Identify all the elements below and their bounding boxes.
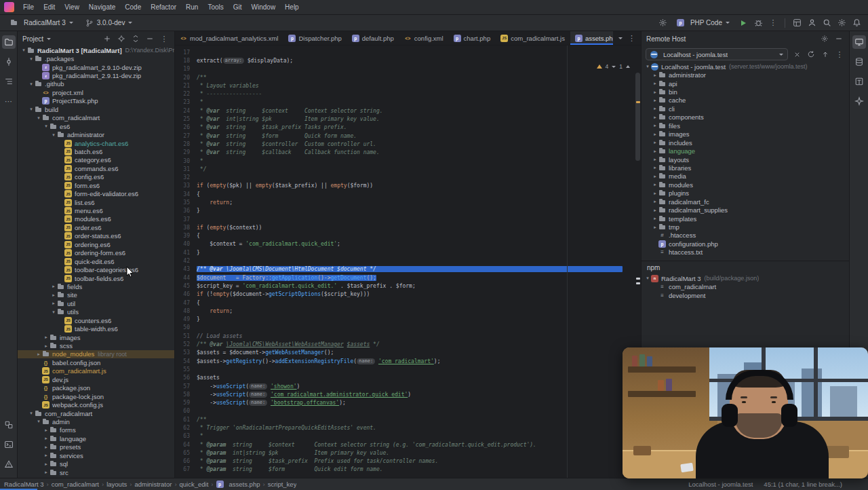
search-everywhere-icon[interactable]	[821, 17, 833, 29]
tree-item[interactable]: ▸radicalmart_supplies	[642, 206, 849, 214]
code-line[interactable]: 54$assets->getRegistry()->addExtensionRe…	[175, 357, 641, 365]
tree-item[interactable]: ▸language	[18, 434, 174, 442]
code-line[interactable]: 22 * -----------------	[175, 90, 641, 98]
tree-item[interactable]: ▸images	[642, 130, 849, 138]
add-icon[interactable]	[102, 33, 113, 44]
services-tool-icon[interactable]	[2, 418, 16, 432]
code-line[interactable]: 20/**	[175, 73, 641, 81]
tab-default.php[interactable]: pdefault.php	[347, 31, 399, 45]
menu-help[interactable]: Help	[280, 2, 304, 12]
tab-list-dropdown-icon[interactable]	[618, 37, 623, 39]
tree-item[interactable]: pconfiguration.php	[642, 240, 849, 248]
tree-item[interactable]: ▸bin	[642, 88, 849, 96]
code-line[interactable]: 46if (!empty($document->getScriptOptions…	[175, 290, 641, 299]
code-line[interactable]: 34{	[175, 190, 641, 198]
caret-position[interactable]: 45:1 (1 char, 1 line break...)	[764, 480, 842, 488]
refresh-icon[interactable]	[806, 49, 816, 60]
code-line[interactable]: 40 $context = 'com_radicalmart.quick_edi…	[175, 240, 641, 248]
tree-item[interactable]: JStable-width.es6	[18, 324, 174, 333]
layout-grid-icon[interactable]	[791, 17, 803, 29]
tree-item[interactable]: ▾.github	[18, 80, 174, 88]
problems-tool-icon[interactable]	[2, 457, 16, 471]
npm-tool-icon[interactable]	[852, 75, 866, 88]
commit-tool-icon[interactable]	[2, 55, 16, 69]
code-line[interactable]: 53$assets = $document->getWebAssetManage…	[175, 349, 641, 357]
tree-item[interactable]: ▸templates	[642, 214, 849, 223]
menu-edit[interactable]: Edit	[39, 2, 60, 12]
tree-item[interactable]: ▸node_moduleslibrary root	[18, 350, 174, 358]
tree-item[interactable]: JSwebpack.config.js	[18, 400, 174, 409]
inspections-widget[interactable]: 4 1	[597, 63, 630, 70]
deployment-status[interactable]: Localhost - joomla.test	[688, 480, 753, 488]
tree-item[interactable]: pProjectTask.php	[18, 97, 174, 105]
tree-item[interactable]: ▸src	[18, 468, 174, 476]
tree-item[interactable]: JSordering.es6	[18, 240, 174, 248]
project-tool-icon[interactable]	[2, 35, 16, 49]
code-line[interactable]: 57 ->useScript(name: 'showon')	[175, 382, 641, 390]
notifications-bell-icon[interactable]	[850, 17, 863, 29]
breadcrumb-item[interactable]: quick_edit	[180, 480, 209, 488]
tab-com_radicalmart.js[interactable]: JScom_radicalmart.js	[496, 31, 570, 45]
tree-item[interactable]: ▸services	[18, 451, 174, 459]
tree-item[interactable]: JStoolbar-categories.es6	[18, 265, 174, 274]
code-line[interactable]: 51// Load assets	[175, 332, 641, 340]
debug-button[interactable]	[752, 17, 764, 29]
breadcrumb-item[interactable]: administrator	[134, 480, 172, 488]
run-configuration-widget[interactable]: p PHP Code	[672, 18, 734, 28]
scrollbar-thumb[interactable]	[635, 73, 640, 161]
more-tools-icon[interactable]: ⋯	[2, 94, 16, 108]
code-line[interactable]: 24 * @var string $context Context select…	[175, 107, 641, 115]
code-line[interactable]: 29 * @var string $callback Callback func…	[175, 149, 641, 157]
structure-tool-icon[interactable]	[2, 75, 16, 88]
tree-item[interactable]: ▸layouts	[642, 155, 849, 164]
tree-item[interactable]: JSform-edit-validator.es6	[18, 189, 174, 197]
code-line[interactable]: 38if (empty($context))	[175, 223, 641, 231]
code-line[interactable]: 30 *	[175, 157, 641, 165]
code-line[interactable]: 64 * @param string $context Context sele…	[175, 440, 641, 449]
menu-view[interactable]: View	[60, 2, 84, 12]
code-line[interactable]: 27 * @var string $form Quick form name.	[175, 132, 641, 140]
code-line[interactable]: 31 */	[175, 165, 641, 173]
user-profile-icon[interactable]	[806, 17, 818, 29]
tree-item[interactable]: ▸files	[642, 121, 849, 130]
tree-item[interactable]: JScategory.es6	[18, 156, 174, 164]
tree-item[interactable]: JScommands.es6	[18, 164, 174, 172]
panel-more-icon[interactable]: ⋮	[159, 33, 170, 44]
tab-options-icon[interactable]: ⋮	[628, 35, 635, 42]
tree-item[interactable]: ≡htaccess.txt	[642, 248, 849, 257]
tree-item[interactable]: JSorder-status.es6	[18, 232, 174, 240]
tree-item[interactable]: JSmenu.es6	[18, 206, 174, 214]
tree-item[interactable]: ▸site	[18, 291, 174, 299]
menu-window[interactable]: Window	[247, 2, 281, 12]
tree-item[interactable]: <>project.xml	[18, 88, 174, 96]
code-line[interactable]: 56$assets	[175, 374, 641, 382]
branch-widget[interactable]: 3.0.0-dev	[81, 18, 138, 29]
code-line[interactable]: 63 *	[175, 432, 641, 440]
tree-item[interactable]: {}babel.config.json	[18, 358, 174, 366]
code-line[interactable]: 33if (empty($pk) || empty($task_prefix) …	[175, 182, 641, 190]
hide-panel-icon[interactable]	[833, 33, 844, 44]
tree-item[interactable]: JSanalytics-chart.es6	[18, 139, 174, 147]
menu-navigate[interactable]: Navigate	[84, 2, 120, 12]
code-line[interactable]: 49}	[175, 316, 641, 324]
tree-item[interactable]: ▸sql	[18, 459, 174, 468]
tree-item[interactable]: JScom_radicalmart.js	[18, 367, 174, 375]
tree-item[interactable]: JSmodules.es6	[18, 215, 174, 223]
server-select[interactable]: Localhost - joomla.test	[646, 48, 788, 60]
tree-item[interactable]: JSbatch.es6	[18, 147, 174, 155]
code-line[interactable]: 50	[175, 324, 641, 332]
code-line[interactable]: 66 * @param string $task_prefix Prefix u…	[175, 457, 641, 466]
tree-item[interactable]: ▾Localhost - joomla.test(server.test/www…	[642, 62, 849, 71]
remote-settings-icon[interactable]	[819, 33, 830, 44]
code-line[interactable]: 36}	[175, 207, 641, 215]
tree-item[interactable]: ▸util	[18, 299, 174, 307]
code-line[interactable]: 32	[175, 173, 641, 181]
breadcrumb-item[interactable]: com_radicalmart	[52, 480, 99, 488]
tree-item[interactable]: ▸includes	[642, 138, 849, 147]
tree-item[interactable]: ▾administrator	[18, 130, 174, 138]
tree-item[interactable]: ▸cache	[642, 96, 849, 105]
code-line[interactable]: 21 * Layout variables	[175, 81, 641, 90]
code-line[interactable]: 42	[175, 257, 641, 265]
terminal-tool-icon[interactable]	[2, 438, 16, 451]
tree-item[interactable]: ▸scss	[18, 341, 174, 350]
